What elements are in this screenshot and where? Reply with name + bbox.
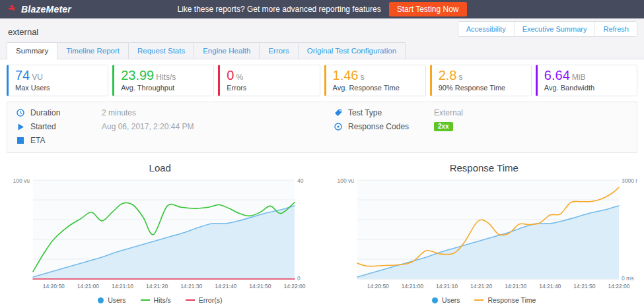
svg-text:14:22:00: 14:22:00 (608, 283, 629, 290)
kpi-unit: VU (32, 73, 43, 82)
kpi-unit: s (360, 73, 364, 82)
promo-text: Like these reports? Get more advanced re… (177, 5, 380, 14)
kpi-label: 90% Response Time (439, 84, 524, 92)
toolbar: external Accessibility Executive Summary… (0, 18, 644, 38)
tab-engine-health[interactable]: Engine Health (194, 42, 260, 59)
report-actions-group: Accessibility Executive Summary Refresh (458, 21, 637, 37)
legend-label: Error(s) (199, 296, 223, 304)
kpi-value: 23.99 (121, 68, 154, 82)
load-chart-legend: UsersHits/sError(s) (7, 296, 314, 304)
svg-text:14:21:20: 14:21:20 (146, 283, 168, 290)
kpi-row: 74VU Max Users 23.99Hits/s Avg. Throughp… (7, 65, 637, 96)
start-testing-now-button[interactable]: Start Testing Now (389, 2, 467, 16)
tab-original-test-configuration[interactable]: Original Test Configuration (298, 42, 406, 59)
legend-dot-marker (432, 297, 438, 303)
kpi-label: Avg. Throughput (121, 84, 207, 92)
play-icon (17, 123, 24, 131)
legend-dot-marker (98, 297, 104, 303)
report-tabs: Summary Timeline Report Request Stats En… (0, 38, 644, 59)
load-chart-canvas[interactable]: 14:20:5014:21:0014:21:1014:21:2014:21:30… (7, 176, 314, 295)
legend-label: Response Time (487, 296, 536, 304)
info-label: Started (30, 122, 102, 131)
stop-icon (17, 137, 24, 144)
legend-item-error-s-[interactable]: Error(s) (186, 296, 223, 304)
response-time-chart-panel: Response Time 14:20:5014:21:0014:21:1014… (331, 162, 638, 304)
clock-icon (17, 109, 24, 117)
kpi-label: Avg. Response Time (333, 84, 419, 92)
response-time-chart-title: Response Time (331, 162, 638, 173)
kpi-value: 6.64 (544, 68, 570, 82)
refresh-button[interactable]: Refresh (594, 22, 637, 36)
info-row-response-codes: Response Codes 2xx (334, 121, 627, 132)
svg-text:0 ms: 0 ms (622, 275, 633, 282)
info-right-column: Test Type External Response Codes 2xx (334, 108, 627, 146)
legend-label: Users (108, 296, 125, 304)
info-label: Test Type (348, 108, 434, 117)
info-row-duration: Duration 2 minutes (17, 108, 334, 118)
legend-label: Hits/s (154, 296, 171, 304)
kpi-label: Max Users (15, 84, 101, 92)
kpi-unit: s (459, 73, 463, 82)
kpi-label: Errors (227, 84, 312, 92)
accessibility-button[interactable]: Accessibility (458, 22, 514, 36)
info-row-eta: ETA (17, 135, 334, 146)
svg-text:14:21:00: 14:21:00 (401, 283, 423, 290)
legend-line-marker (474, 299, 483, 301)
svg-text:14:22:00: 14:22:00 (283, 283, 305, 290)
legend-item-users[interactable]: Users (432, 296, 460, 304)
tab-timeline-report[interactable]: Timeline Report (57, 42, 129, 59)
blazemeter-logo-icon (7, 3, 18, 15)
kpi-unit: MiB (572, 73, 586, 82)
kpi-errors: 0% Errors (218, 65, 320, 96)
svg-text:40: 40 (297, 177, 304, 184)
blazemeter-logo[interactable]: BlazeMeter (7, 3, 71, 15)
response-codes-badge: 2xx (434, 122, 453, 131)
info-label: Duration (30, 108, 102, 117)
tab-request-stats[interactable]: Request Stats (128, 42, 194, 59)
svg-text:14:21:40: 14:21:40 (539, 283, 561, 290)
load-chart-panel: Load 14:20:5014:21:0014:21:1014:21:2014:… (7, 162, 314, 304)
response-codes-icon (334, 123, 342, 131)
tag-icon (334, 109, 342, 117)
tab-summary[interactable]: Summary (7, 42, 57, 59)
kpi-90pct-response-time: 2.8s 90% Response Time (430, 65, 532, 96)
started-value: Aug 06, 2017, 2:20:44 PM (102, 122, 194, 131)
kpi-unit: % (236, 73, 243, 82)
svg-text:14:20:50: 14:20:50 (43, 283, 65, 290)
top-navbar: BlazeMeter Like these reports? Get more … (0, 0, 644, 18)
kpi-unit: Hits/s (156, 73, 176, 82)
svg-text:14:21:30: 14:21:30 (180, 283, 202, 290)
promo-bar: Like these reports? Get more advanced re… (177, 2, 466, 16)
info-row-started: Started Aug 06, 2017, 2:20:44 PM (17, 121, 334, 132)
info-row-test-type: Test Type External (334, 108, 627, 118)
brand-name: BlazeMeter (21, 4, 71, 15)
tab-errors[interactable]: Errors (259, 42, 298, 59)
legend-item-users[interactable]: Users (98, 296, 125, 304)
svg-text:14:21:20: 14:21:20 (470, 283, 492, 290)
kpi-value: 2.8 (439, 68, 457, 82)
kpi-value: 1.46 (333, 68, 359, 82)
kpi-value: 0 (227, 68, 234, 82)
response-time-chart-legend: UsersResponse Time (331, 296, 638, 304)
summary-content: 74VU Max Users 23.99Hits/s Avg. Throughp… (0, 59, 644, 304)
info-label: Response Codes (348, 122, 434, 131)
legend-label: Users (442, 296, 460, 304)
legend-item-response-time[interactable]: Response Time (474, 296, 536, 304)
kpi-value: 74 (15, 68, 30, 82)
response-time-chart-canvas[interactable]: 14:20:5014:21:0014:21:1014:21:2014:21:30… (331, 176, 638, 295)
svg-text:14:21:50: 14:21:50 (573, 283, 595, 290)
test-type-value: External (434, 108, 463, 117)
svg-text:14:21:00: 14:21:00 (77, 283, 99, 290)
svg-text:14:21:40: 14:21:40 (215, 283, 236, 290)
legend-item-hits-s[interactable]: Hits/s (141, 296, 171, 304)
svg-text:100 vu: 100 vu (13, 177, 30, 184)
charts-row: Load 14:20:5014:21:0014:21:1014:21:2014:… (7, 162, 637, 304)
svg-text:14:21:10: 14:21:10 (112, 283, 133, 290)
svg-text:3000 ms: 3000 ms (622, 177, 638, 184)
executive-summary-button[interactable]: Executive Summary (514, 22, 595, 36)
duration-value: 2 minutes (102, 108, 136, 117)
svg-text:0: 0 (297, 275, 301, 282)
svg-text:14:20:50: 14:20:50 (367, 283, 388, 290)
load-chart-title: Load (7, 162, 314, 173)
test-info-panel: Duration 2 minutes Started Aug 06, 2017,… (7, 102, 637, 153)
